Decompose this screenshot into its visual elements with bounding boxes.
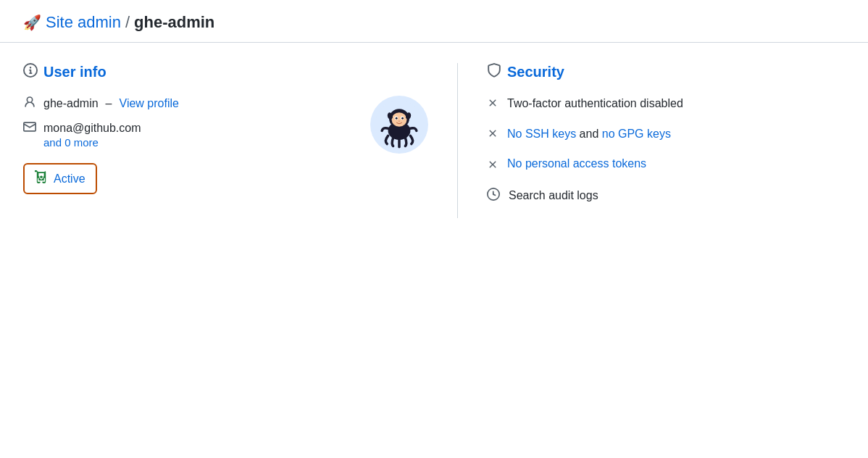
username-row: ghe-admin – View profile — [23, 96, 356, 112]
avatar — [370, 96, 428, 154]
main-content: User info ghe-admin – View profile — [0, 43, 868, 238]
no-gpg-keys-link[interactable]: no GPG keys — [602, 128, 671, 140]
active-badge[interactable]: Active — [23, 163, 97, 194]
ssh-gpg-text: No SSH keys and no GPG keys — [507, 126, 671, 142]
security-panel: Security Two-factor authentication disab… — [458, 63, 845, 218]
svg-point-3 — [392, 112, 407, 127]
user-info-block: ghe-admin – View profile mona@github.com — [23, 96, 428, 194]
username-dash: – — [106, 97, 112, 110]
user-details: ghe-admin – View profile mona@github.com — [23, 96, 356, 194]
svg-point-8 — [398, 120, 401, 122]
two-factor-text: Two-factor authentication disabled — [507, 96, 683, 112]
no-personal-tokens-link[interactable]: No personal access tokens — [507, 157, 646, 170]
no-ssh-keys-link[interactable]: No SSH keys — [507, 128, 576, 140]
page-header: 🚀 Site admin / ghe-admin — [0, 0, 868, 43]
shield-icon — [487, 63, 501, 81]
user-info-heading: User info — [43, 64, 107, 80]
info-icon — [23, 63, 38, 81]
security-heading: Security — [507, 64, 564, 80]
user-info-panel: User info ghe-admin – View profile — [23, 63, 458, 218]
person-icon — [23, 96, 36, 112]
email-more-link[interactable]: and 0 more — [43, 136, 356, 149]
email-text: mona@github.com — [43, 122, 141, 135]
username-text: ghe-admin — [43, 97, 99, 110]
current-page-title: ghe-admin — [134, 13, 214, 32]
ssh-gpg-and-word: and — [580, 128, 599, 140]
ssh-gpg-row: No SSH keys and no GPG keys — [487, 126, 845, 142]
hourglass-icon — [35, 170, 48, 187]
rocket-icon: 🚀 — [23, 14, 41, 31]
x-icon-ssh — [487, 128, 498, 142]
personal-tokens-row: No personal access tokens — [487, 157, 845, 173]
x-icon-tokens — [487, 159, 498, 173]
clock-icon — [487, 188, 500, 204]
x-icon-2fa — [487, 97, 498, 112]
svg-point-6 — [396, 117, 398, 120]
breadcrumb: 🚀 Site admin / ghe-admin — [23, 13, 214, 32]
site-admin-link[interactable]: Site admin — [46, 13, 121, 32]
two-factor-row: Two-factor authentication disabled — [487, 96, 845, 112]
svg-point-7 — [401, 117, 404, 120]
mail-icon — [23, 120, 36, 136]
breadcrumb-separator: / — [125, 13, 130, 32]
email-block: mona@github.com and 0 more — [23, 120, 356, 149]
view-profile-link[interactable]: View profile — [120, 97, 179, 110]
octocat-image — [374, 99, 425, 150]
security-title: Security — [487, 63, 845, 81]
audit-logs-row: Search audit logs — [487, 188, 845, 204]
user-avatar-container — [370, 96, 428, 154]
email-line: mona@github.com — [23, 120, 356, 136]
active-label: Active — [54, 172, 85, 186]
user-info-title: User info — [23, 63, 428, 81]
search-audit-logs-link[interactable]: Search audit logs — [509, 189, 598, 202]
